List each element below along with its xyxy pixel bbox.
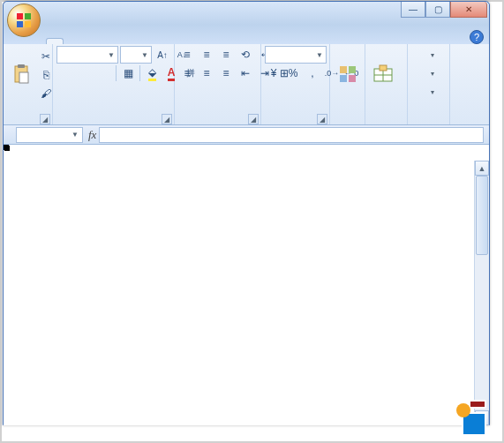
svg-rect-1: [25, 13, 31, 19]
format-painter-icon[interactable]: 🖌: [37, 85, 55, 102]
svg-rect-3: [25, 21, 31, 27]
group-editing: [411, 123, 446, 124]
currency-icon[interactable]: ¥: [265, 64, 282, 82]
font-name-combo[interactable]: ▼: [56, 46, 118, 64]
fill-color-icon[interactable]: ⬙: [143, 64, 161, 82]
svg-rect-8: [349, 66, 356, 73]
font-launcher[interactable]: ◢: [162, 114, 172, 124]
worksheet-grid[interactable]: ▲ ▼: [4, 145, 489, 425]
svg-rect-5: [18, 64, 25, 68]
paste-button[interactable]: [7, 46, 35, 104]
group-alignment: ◢: [178, 123, 257, 124]
fill-icon[interactable]: [411, 64, 429, 82]
name-box[interactable]: ▼: [16, 127, 83, 143]
close-button[interactable]: ✕: [450, 2, 487, 18]
align-middle-icon[interactable]: ≡: [198, 46, 215, 64]
qat-more-icon[interactable]: [102, 5, 117, 21]
group-font: ◢: [56, 123, 170, 124]
indent-dec-icon[interactable]: ⇤: [237, 64, 254, 82]
scroll-thumb[interactable]: [476, 176, 488, 255]
align-launcher[interactable]: ◢: [248, 114, 259, 124]
border-icon[interactable]: ▦: [119, 64, 137, 82]
vertical-scrollbar[interactable]: ▲ ▼: [474, 161, 489, 425]
group-cells: [369, 123, 403, 124]
svg-rect-9: [340, 75, 347, 82]
align-left-icon[interactable]: ≡: [178, 64, 196, 82]
align-top-icon[interactable]: ≡: [178, 46, 196, 64]
orientation-icon[interactable]: ⟲: [237, 46, 254, 64]
save-icon[interactable]: [46, 5, 62, 21]
bold-button[interactable]: [56, 64, 74, 82]
ribbon: ✂ ⎘ 🖌 ◢ ▼ ▼ A↑ A↓: [4, 44, 489, 125]
cut-icon[interactable]: ✂: [37, 48, 55, 65]
group-clipboard: ◢: [7, 123, 49, 124]
underline-button[interactable]: [95, 64, 113, 82]
group-number: ◢: [265, 123, 326, 124]
title-bar: — ▢ ✕: [4, 2, 489, 25]
group-styles: [334, 123, 361, 124]
quick-access-toolbar: [46, 5, 117, 21]
clear-icon[interactable]: [411, 83, 429, 101]
svg-rect-10: [349, 75, 356, 82]
formula-bar[interactable]: [99, 127, 484, 143]
svg-rect-2: [17, 21, 23, 27]
maximize-button[interactable]: ▢: [425, 2, 450, 18]
align-center-icon[interactable]: ≡: [198, 64, 215, 82]
redo-icon[interactable]: [83, 5, 99, 21]
excel-window: — ▢ ✕ ? ✂ ⎘ 🖌: [3, 1, 490, 425]
watermark-1: [469, 400, 486, 409]
formula-bar-row: ▼ fx: [4, 125, 489, 145]
tab-home[interactable]: [46, 38, 64, 44]
watermark: [462, 400, 486, 436]
grow-font-icon[interactable]: A↑: [154, 46, 171, 64]
number-launcher[interactable]: ◢: [317, 114, 327, 124]
number-format-combo[interactable]: ▼: [265, 46, 327, 64]
minimize-button[interactable]: —: [401, 2, 425, 18]
scroll-up-icon[interactable]: ▲: [475, 161, 489, 176]
font-size-combo[interactable]: ▼: [120, 46, 152, 64]
help-icon[interactable]: ?: [470, 30, 484, 44]
autosum-icon[interactable]: [411, 46, 429, 64]
percent-icon[interactable]: %: [284, 64, 302, 82]
copy-icon[interactable]: ⎘: [37, 66, 55, 84]
fx-icon[interactable]: fx: [88, 128, 96, 142]
clipboard-launcher[interactable]: ◢: [40, 114, 50, 124]
svg-rect-6: [19, 72, 28, 83]
italic-button[interactable]: [76, 64, 94, 82]
align-right-icon[interactable]: ≡: [217, 64, 235, 82]
svg-rect-0: [17, 13, 23, 19]
ribbon-tabs: ?: [4, 25, 489, 44]
align-bottom-icon[interactable]: ≡: [217, 46, 235, 64]
office-button[interactable]: [7, 4, 41, 37]
comma-icon[interactable]: ,: [304, 64, 321, 82]
svg-rect-14: [380, 65, 387, 71]
styles-button[interactable]: [334, 46, 362, 104]
cells-button[interactable]: [369, 46, 397, 104]
svg-rect-7: [340, 66, 347, 73]
undo-icon[interactable]: [64, 5, 80, 21]
